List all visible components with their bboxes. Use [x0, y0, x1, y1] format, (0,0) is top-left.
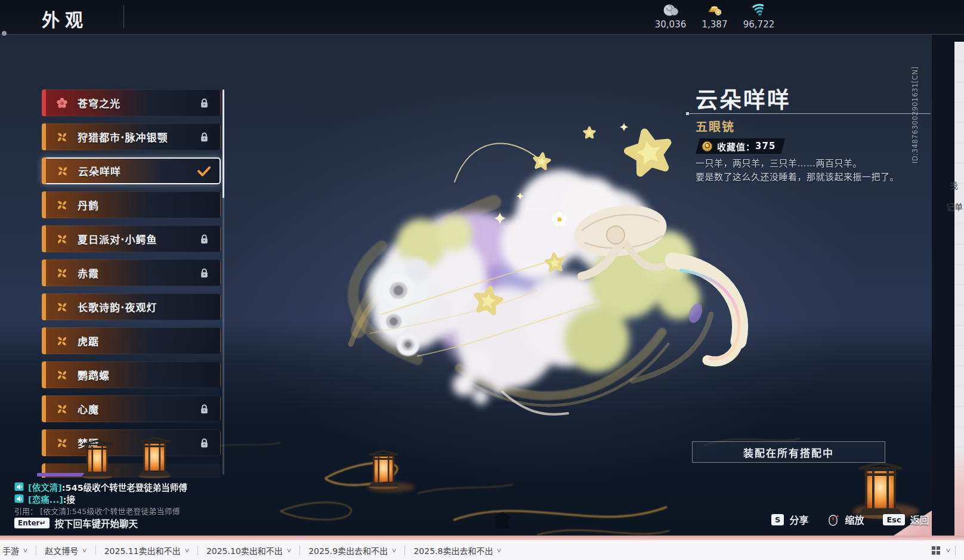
game-screen: 外观 30,036	[0, 0, 964, 560]
equip-all-outfits-button[interactable]: 装配在所有搭配中	[692, 441, 885, 463]
accent-bar	[42, 327, 46, 354]
sidebar-item-label: 心魔	[78, 401, 99, 416]
hotkey-bar: S 分享 缩放 Esc 返回	[771, 512, 929, 527]
page-title: 外观	[42, 5, 88, 32]
background-app-strip	[954, 42, 964, 536]
quad-petal-icon	[56, 165, 69, 178]
quad-petal-icon	[55, 131, 69, 144]
sidebar-item-6[interactable]: 长歌诗韵·夜观灯	[42, 293, 221, 320]
chevron-down-icon[interactable]: ∨	[496, 547, 502, 553]
sidebar-item-1[interactable]: 狩猎都市·脉冲银颚	[42, 123, 221, 150]
chat-text: :接	[63, 493, 75, 505]
accent-bar	[42, 395, 46, 422]
lock-icon	[199, 268, 209, 279]
chat-sender[interactable]: [恋痛...]	[28, 493, 63, 505]
enter-hint-text: 按下回车键开始聊天	[55, 516, 138, 530]
share-label[interactable]: 分享	[789, 512, 808, 527]
top-bar: 外观 30,036	[0, 0, 964, 35]
sidebar-item-label: 长歌诗韵·夜观灯	[78, 299, 157, 314]
sidebar-item-0[interactable]: 苍穹之光	[42, 89, 221, 116]
accent-bar	[42, 157, 46, 184]
sidebar-item-label: 云朵咩咩	[78, 163, 121, 178]
gold-ingot-icon	[707, 2, 722, 18]
title-underline	[690, 113, 931, 114]
accent-bar	[42, 225, 46, 252]
quad-petal-icon	[55, 233, 69, 246]
chevron-down-icon[interactable]: ∨	[286, 547, 292, 553]
sheet-tab-label: 2025.10卖出和不出	[206, 544, 283, 556]
sheet-tab-bar: 手游 ∨ 赵文博号 ∨ 2025.11卖出和不出 ∨ 2025.10卖出和不出 …	[0, 540, 964, 560]
sidebar-item-label: 狩猎都市·脉冲银颚	[78, 129, 168, 144]
chevron-down-icon[interactable]: ∨	[82, 547, 88, 553]
player-id: ID:348763002901631[CN]	[911, 38, 919, 163]
sheet-tab-label: 2025.8卖出去和不出	[413, 544, 493, 556]
star-big	[625, 128, 672, 175]
accent-bar	[42, 89, 46, 116]
quad-petal-icon	[55, 437, 69, 450]
sheet-tab-3[interactable]: 2025.10卖出和不出 ∨	[198, 544, 299, 556]
accent-bar	[42, 429, 46, 456]
flower-icon	[55, 97, 69, 110]
currency-jade[interactable]: 96,722	[742, 2, 775, 30]
quad-petal-icon	[55, 335, 69, 348]
sidebar-item-7[interactable]: 虎踞	[42, 327, 221, 354]
collection-label: 收藏值：	[717, 140, 755, 153]
chat-quote: 引用： [依文清]:545级收个转世老登徒弟当师傅	[14, 505, 180, 516]
quad-petal-icon	[55, 199, 69, 212]
sheet-tab-2[interactable]: 2025.11卖出和不出 ∨	[96, 544, 197, 556]
collection-swirl-icon	[702, 141, 713, 152]
top-edge-dot	[2, 31, 7, 36]
accent-bar	[42, 259, 46, 286]
chevron-down-icon[interactable]: ∨	[184, 547, 190, 553]
title-divider	[123, 5, 124, 28]
enter-key[interactable]: Enter↵	[14, 518, 50, 528]
sheet-tab-5[interactable]: 2025.8卖出去和不出 ∨	[405, 544, 509, 556]
chevron-down-icon[interactable]: ∨	[391, 547, 397, 553]
world-channel-icon	[14, 482, 24, 491]
sheet-tab-label: 手游	[2, 544, 19, 556]
sidebar-item-2-selected[interactable]: 云朵咩咩	[42, 157, 221, 184]
sidebar-item-label: 夏日派对·小鳄鱼	[78, 231, 157, 246]
chevron-down-icon[interactable]: ∨	[945, 547, 951, 553]
pagoda-silhouette	[493, 512, 512, 529]
lock-icon	[199, 132, 209, 143]
currency-gold[interactable]: 1,387	[698, 2, 731, 30]
zoom-label[interactable]: 缩放	[845, 512, 864, 527]
back-label[interactable]: 返回	[910, 512, 929, 527]
chevron-down-icon[interactable]: ∨	[23, 547, 29, 553]
currency-value: 96,722	[743, 19, 775, 30]
item-description-line2: 要是数了这么久还没睡着，那就该起来振一把了。	[696, 170, 934, 182]
accent-bar	[42, 293, 46, 320]
currency-value: 1,387	[702, 19, 728, 30]
currency-value: 30,036	[655, 19, 687, 30]
sidebar-item-8[interactable]: 鹦鹉螺	[42, 361, 221, 388]
back-key[interactable]: Esc	[883, 514, 904, 525]
chat-enter-hint[interactable]: Enter↵ 按下回车键开始聊天	[14, 516, 138, 530]
sheet-tab-label: 赵文博号	[45, 544, 78, 556]
sidebar-item-4[interactable]: 夏日派对·小鳄鱼	[42, 225, 221, 252]
accent-bar	[42, 123, 46, 150]
lock-icon	[199, 404, 209, 414]
scrollbar-thumb[interactable]	[223, 89, 224, 198]
sidebar-item-3[interactable]: 丹鹤	[42, 191, 221, 218]
sheet-grid-button[interactable]: ∨	[932, 546, 950, 555]
sheet-tab-4[interactable]: 2025.9卖出去和不出 ∨	[300, 544, 404, 556]
quad-petal-icon	[55, 403, 69, 416]
sidebar-item-label: 虎踞	[78, 333, 99, 348]
chat-message-2[interactable]: [恋痛...] :接	[14, 493, 75, 505]
mouse-zoom-icon	[827, 513, 839, 526]
quad-petal-icon	[55, 369, 69, 382]
item-title: 云朵咩咩	[696, 82, 791, 115]
share-key[interactable]: S	[771, 514, 784, 525]
check-icon	[197, 165, 211, 177]
sidebar-item-9[interactable]: 心魔	[42, 395, 221, 422]
sidebar-item-label: 苍穹之光	[78, 95, 120, 110]
collection-value: 375	[755, 141, 775, 151]
sheet-tab-0[interactable]: 手游 ∨	[0, 544, 36, 556]
sheet-tab-1[interactable]: 赵文博号 ∨	[36, 544, 95, 556]
silver-coin-icon	[663, 2, 678, 18]
divider-dot	[686, 112, 689, 115]
chat-sender[interactable]: [依文清]	[28, 481, 62, 493]
sidebar-item-5[interactable]: 赤霞	[42, 259, 221, 286]
currency-silver[interactable]: 30,036	[654, 2, 687, 30]
